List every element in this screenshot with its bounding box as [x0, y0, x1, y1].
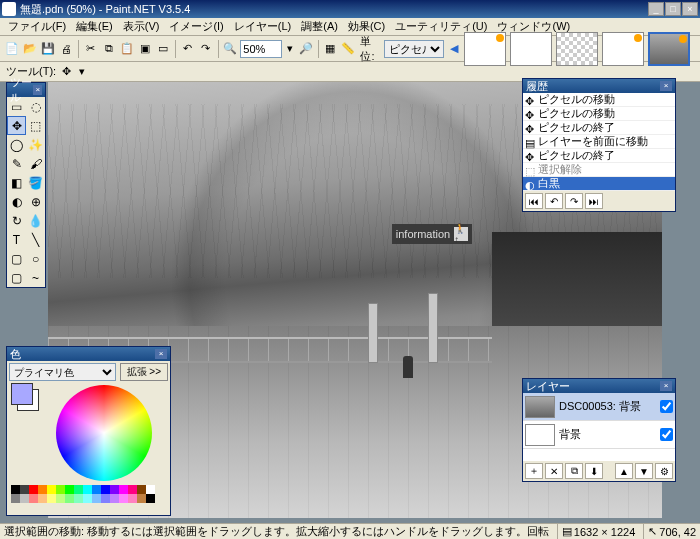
history-item[interactable]: ✥ピクセルの移動 [523, 93, 675, 107]
palette-cell[interactable] [119, 494, 128, 503]
palette-cell[interactable] [56, 485, 65, 494]
history-item[interactable]: ◐白黒 [523, 177, 675, 191]
palette-cell[interactable] [137, 485, 146, 494]
tool-rounded-rect[interactable]: ▢ [7, 268, 26, 287]
open-button[interactable]: 📂 [22, 39, 38, 59]
tool-freeform[interactable]: ~ [26, 268, 45, 287]
active-tool-icon[interactable]: ✥ [56, 62, 76, 82]
color-mode-select[interactable]: プライマリ色 [9, 363, 116, 381]
history-rewind[interactable]: ⏮ [525, 193, 543, 209]
zoom-input[interactable] [240, 40, 282, 58]
tool-ellipse-select[interactable]: ◯ [7, 135, 26, 154]
copy-button[interactable]: ⧉ [101, 39, 117, 59]
menu-edit[interactable]: 編集(E) [72, 18, 117, 35]
layer-merge[interactable]: ⬇ [585, 463, 603, 479]
minimize-button[interactable]: _ [648, 2, 664, 16]
color-swatches[interactable] [11, 383, 41, 413]
close-button[interactable]: × [682, 2, 698, 16]
grid-button[interactable]: ▦ [322, 39, 338, 59]
tools-panel[interactable]: ツール× ▭ ◌ ✥ ⬚ ◯ ✨ ✎ 🖌 ◧ 🪣 ◐ ⊕ ↻ 💧 T ╲ ▢ ○… [6, 82, 46, 288]
zoom-out-button[interactable]: 🔍 [222, 39, 238, 59]
layer-item[interactable]: 背景 [523, 421, 675, 449]
redo-button[interactable]: ↷ [198, 39, 214, 59]
print-button[interactable]: 🖨 [58, 39, 74, 59]
palette-cell[interactable] [137, 494, 146, 503]
palette-cell[interactable] [38, 485, 47, 494]
history-item[interactable]: ⬚選択解除 [523, 163, 675, 177]
palette-cell[interactable] [101, 494, 110, 503]
tool-line[interactable]: ╲ [26, 230, 45, 249]
tool-move-selection[interactable]: ✥ [7, 116, 26, 135]
tool-dropdown[interactable]: ▾ [76, 62, 88, 82]
palette-cell[interactable] [128, 485, 137, 494]
colors-panel-close[interactable]: × [155, 349, 167, 359]
history-panel-close[interactable]: × [660, 81, 672, 91]
layer-item[interactable]: DSC00053: 背景 [523, 393, 675, 421]
history-item[interactable]: ✥ピクセルの移動 [523, 107, 675, 121]
menu-adjust[interactable]: 調整(A) [297, 18, 342, 35]
menu-file[interactable]: ファイル(F) [4, 18, 70, 35]
undo-button[interactable]: ↶ [180, 39, 196, 59]
tools-panel-close[interactable]: × [33, 85, 42, 95]
palette-cell[interactable] [65, 494, 74, 503]
tool-eyedropper[interactable]: 💧 [26, 211, 45, 230]
menu-view[interactable]: 表示(V) [119, 18, 164, 35]
palette-cell[interactable] [83, 485, 92, 494]
tool-brush[interactable]: 🖌 [26, 154, 45, 173]
palette-cell[interactable] [110, 485, 119, 494]
zoom-in-button[interactable]: 🔎 [298, 39, 314, 59]
menu-effects[interactable]: 効果(C) [344, 18, 389, 35]
palette-cell[interactable] [74, 494, 83, 503]
thumb-5[interactable] [648, 32, 690, 66]
layers-panel-close[interactable]: × [660, 381, 672, 391]
layer-properties[interactable]: ⚙ [655, 463, 673, 479]
primary-color[interactable] [11, 383, 33, 405]
layer-visibility[interactable] [660, 428, 673, 441]
tool-rect[interactable]: ▢ [7, 249, 26, 268]
palette-cell[interactable] [20, 494, 29, 503]
history-item[interactable]: ✥ピクセルの終了 [523, 149, 675, 163]
palette-cell[interactable] [65, 485, 74, 494]
layer-down[interactable]: ▼ [635, 463, 653, 479]
layer-up[interactable]: ▲ [615, 463, 633, 479]
palette-cell[interactable] [92, 485, 101, 494]
maximize-button[interactable]: □ [665, 2, 681, 16]
tool-pencil[interactable]: ✎ [7, 154, 26, 173]
palette-cell[interactable] [128, 494, 137, 503]
palette-cell[interactable] [20, 485, 29, 494]
palette-cell[interactable] [74, 485, 83, 494]
palette-cell[interactable] [11, 494, 20, 503]
palette-cell[interactable] [29, 494, 38, 503]
thumb-3[interactable] [556, 32, 598, 66]
colors-more-button[interactable]: 拡張 >> [120, 363, 168, 381]
unit-select[interactable]: ピクセル [384, 40, 444, 58]
palette-cell[interactable] [56, 494, 65, 503]
tool-move-pixels[interactable]: ⬚ [26, 116, 45, 135]
layer-delete[interactable]: ✕ [545, 463, 563, 479]
palette-cell[interactable] [47, 494, 56, 503]
zoom-dropdown[interactable]: ▾ [284, 39, 295, 59]
thumb-1[interactable] [464, 32, 506, 66]
thumb-4[interactable] [602, 32, 644, 66]
colors-panel[interactable]: 色× プライマリ色 拡張 >> [6, 346, 171, 516]
history-redo[interactable]: ↷ [565, 193, 583, 209]
palette-cell[interactable] [146, 485, 155, 494]
palette-cell[interactable] [146, 494, 155, 503]
deselect-button[interactable]: ▭ [155, 39, 171, 59]
palette-cell[interactable] [38, 494, 47, 503]
color-wheel[interactable] [56, 385, 152, 481]
history-item[interactable]: ▤レイヤーを前面に移動 [523, 135, 675, 149]
tool-recolor[interactable]: ↻ [7, 211, 26, 230]
history-forward[interactable]: ⏭ [585, 193, 603, 209]
tool-bucket[interactable]: 🪣 [26, 173, 45, 192]
layer-visibility[interactable] [660, 400, 673, 413]
tool-text[interactable]: T [7, 230, 26, 249]
prev-image-button[interactable]: ◀ [446, 39, 462, 59]
palette-cell[interactable] [83, 494, 92, 503]
new-button[interactable]: 📄 [4, 39, 20, 59]
palette-cell[interactable] [101, 485, 110, 494]
menu-image[interactable]: イメージ(I) [165, 18, 227, 35]
paste-button[interactable]: 📋 [119, 39, 135, 59]
tool-rect-select[interactable]: ▭ [7, 97, 26, 116]
palette-cell[interactable] [29, 485, 38, 494]
